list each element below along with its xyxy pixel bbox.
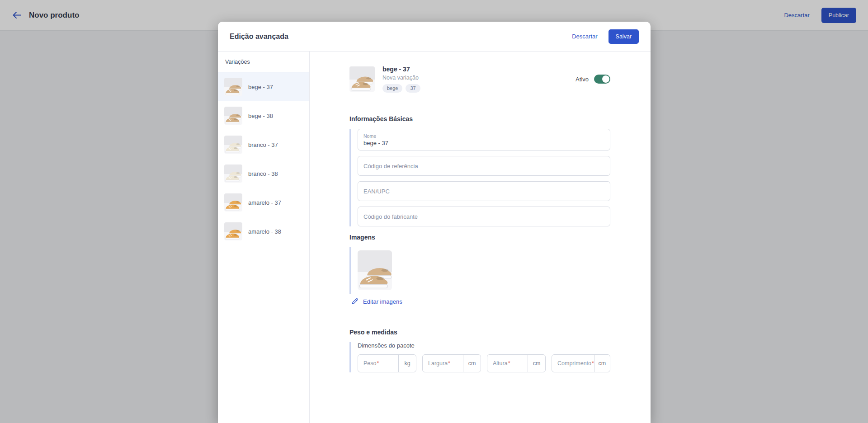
variation-header: bege - 37 Nova variação bege 37 Ativo [349, 66, 610, 93]
measures-heading: Peso e medidas [349, 329, 610, 336]
measures-section: Peso e medidas Dimensões do pacote Peso*… [349, 329, 610, 372]
length-field[interactable]: Comprimento* cm [552, 354, 610, 372]
variation-thumbnail [224, 164, 242, 183]
variation-item-bege-38[interactable]: bege - 38 [218, 101, 309, 130]
shoe-image [358, 250, 392, 290]
tag-color: bege [382, 84, 402, 93]
images-section: Imagens Editar imagens [349, 234, 610, 307]
pencil-icon [351, 298, 359, 305]
variation-tags: bege 37 [382, 84, 420, 93]
shoe-image [224, 107, 242, 125]
name-field-label: Nome [363, 133, 604, 139]
length-unit: cm [594, 355, 610, 372]
shoe-image [224, 222, 242, 240]
height-unit: cm [528, 355, 545, 372]
images-heading: Imagens [349, 234, 610, 241]
variations-sidebar: Variações bege - 37 bege - 38 branco - 3… [218, 52, 310, 423]
weight-unit: kg [399, 355, 416, 372]
shoe-image [224, 78, 242, 96]
modal-title: Edição avançada [230, 33, 288, 41]
length-placeholder: Comprimento [557, 360, 591, 367]
basic-info-fields: Nome [349, 129, 610, 226]
advanced-edit-modal: Edição avançada Descartar Salvar Variaçõ… [218, 22, 651, 423]
reference-code-input[interactable] [358, 156, 610, 176]
variation-thumbnail [224, 193, 242, 212]
shoe-image [224, 193, 242, 212]
variation-item-branco-38[interactable]: branco - 38 [218, 159, 309, 188]
variation-item-amarelo-38[interactable]: amarelo - 38 [218, 217, 309, 246]
required-marker: * [508, 360, 510, 367]
shoe-image [349, 66, 375, 92]
save-button[interactable]: Salvar [609, 29, 639, 44]
variation-label: branco - 37 [248, 141, 278, 148]
variation-item-amarelo-37[interactable]: amarelo - 37 [218, 188, 309, 217]
variation-label: amarelo - 37 [248, 199, 281, 206]
variation-label: branco - 38 [248, 170, 278, 177]
variation-thumbnail [224, 78, 242, 96]
variation-thumbnail [224, 222, 242, 240]
variation-thumbnail [224, 107, 242, 125]
basic-info-section: Informações Básicas Nome [349, 115, 610, 226]
variation-main-thumbnail [349, 66, 375, 92]
variation-label: bege - 37 [248, 84, 273, 90]
active-toggle[interactable] [594, 75, 610, 84]
variations-header: Variações [218, 52, 309, 72]
shoe-image [224, 164, 242, 183]
edit-images-label: Editar imagens [363, 298, 402, 305]
basic-info-heading: Informações Básicas [349, 115, 610, 122]
edit-images-button[interactable]: Editar imagens [351, 298, 402, 305]
height-field[interactable]: Altura* cm [487, 354, 546, 372]
variation-title: bege - 37 [382, 66, 420, 73]
variation-detail-panel: bege - 37 Nova variação bege 37 Ativo In… [310, 52, 651, 423]
weight-field[interactable]: Peso* kg [358, 354, 416, 372]
variation-item-bege-37[interactable]: bege - 37 [218, 72, 309, 101]
height-placeholder: Altura [493, 360, 508, 367]
variation-photo[interactable] [358, 250, 392, 290]
width-field[interactable]: Largura* cm [422, 354, 481, 372]
ean-upc-input[interactable] [358, 181, 610, 201]
variation-label: amarelo - 38 [248, 228, 281, 235]
active-toggle-label: Ativo [576, 76, 589, 83]
shoe-image [224, 136, 242, 154]
width-unit: cm [463, 355, 481, 372]
package-dimensions-label: Dimensões do pacote [358, 342, 610, 349]
variation-label: bege - 38 [248, 113, 273, 119]
modal-header: Edição avançada Descartar Salvar [218, 22, 651, 52]
modal-discard-button[interactable]: Descartar [572, 33, 597, 40]
variation-item-branco-37[interactable]: branco - 37 [218, 130, 309, 159]
width-placeholder: Largura [428, 360, 448, 367]
manufacturer-code-input[interactable] [358, 207, 610, 226]
package-dimensions-group: Dimensões do pacote Peso* kg Largura* cm [349, 342, 610, 372]
variation-subtitle: Nova variação [382, 75, 420, 81]
required-marker: * [448, 360, 450, 367]
weight-placeholder: Peso [363, 360, 377, 367]
images-group [349, 247, 610, 294]
variation-thumbnail [224, 136, 242, 154]
required-marker: * [377, 360, 379, 367]
name-field[interactable]: Nome [358, 129, 610, 150]
tag-size: 37 [406, 84, 420, 93]
name-input[interactable] [363, 140, 604, 146]
